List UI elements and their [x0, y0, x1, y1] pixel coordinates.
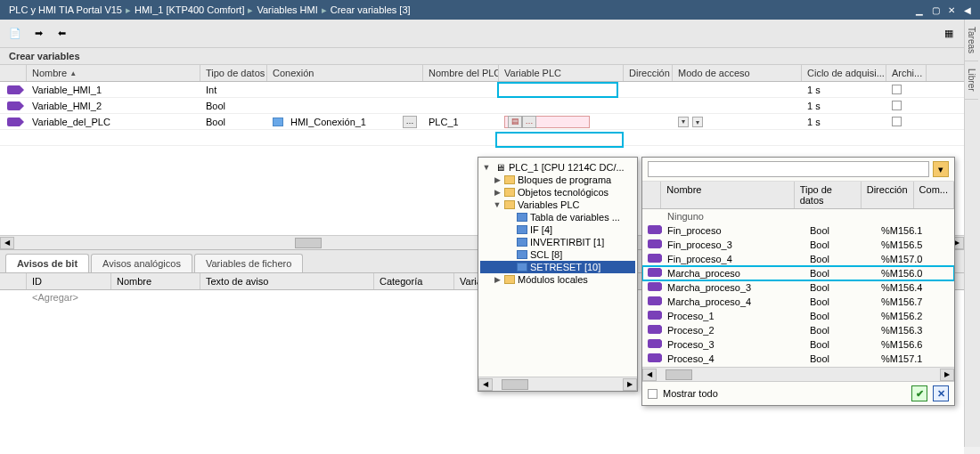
- tag-icon: [648, 311, 660, 320]
- col-plcvar[interactable]: Variable PLC: [499, 65, 624, 81]
- folder-icon: [504, 175, 515, 184]
- list-col-com[interactable]: Com...: [914, 182, 954, 208]
- dropdown-icon[interactable]: ▾: [678, 117, 689, 127]
- tree-item[interactable]: IF [4]: [480, 223, 635, 236]
- tree-h-scroll[interactable]: ◀▶: [478, 377, 637, 391]
- maximize-icon[interactable]: ▢: [928, 4, 943, 16]
- list-col-dir[interactable]: Dirección: [862, 182, 914, 208]
- minimize-icon[interactable]: ▁: [912, 4, 927, 16]
- sort-asc-icon: ▲: [69, 69, 77, 77]
- list-item[interactable]: Fin_proceso_3Bool%M156.5: [642, 238, 954, 252]
- cancel-button[interactable]: ✕: [933, 385, 949, 401]
- block-icon: [517, 238, 527, 247]
- breadcrumb-1[interactable]: PLC y HMI TIA Portal V15: [5, 4, 126, 15]
- show-all-checkbox[interactable]: [648, 389, 657, 399]
- list-item[interactable]: Proceso_2Bool%M156.3: [642, 323, 954, 337]
- tree-item[interactable]: Tabla de variables ...: [480, 211, 635, 223]
- archive-checkbox[interactable]: [892, 101, 902, 110]
- col-plcname[interactable]: Nombre del PLC: [423, 65, 499, 81]
- dropdown-icon[interactable]: ▾: [692, 117, 703, 127]
- col-text[interactable]: Texto de aviso: [200, 273, 374, 289]
- col-name2[interactable]: Nombre: [111, 273, 200, 289]
- folder-icon: [504, 188, 515, 197]
- expand-icon[interactable]: ▼: [493, 200, 502, 209]
- block-icon: [517, 263, 527, 272]
- scroll-left-icon[interactable]: ◀: [0, 237, 14, 249]
- tag-icon: [648, 225, 660, 234]
- list-item[interactable]: Fin_procesoBool%M156.1: [642, 223, 954, 238]
- tree-item[interactable]: ▼Variables PLC: [480, 199, 635, 211]
- archive-checkbox[interactable]: [892, 85, 902, 94]
- settings-icon[interactable]: ▦: [941, 26, 957, 42]
- list-item[interactable]: Proceso_4Bool%M157.1: [642, 352, 954, 366]
- tree-item[interactable]: ▶Módulos locales: [480, 273, 635, 286]
- expand-icon[interactable]: ▼: [482, 163, 491, 172]
- col-name[interactable]: Nombre ▲: [27, 65, 200, 81]
- tree-item[interactable]: SCL [8]: [480, 248, 635, 261]
- plcvar-input[interactable]: ▤…: [504, 116, 590, 128]
- block-icon: [517, 225, 527, 234]
- dock-tasks[interactable]: Tareas: [965, 20, 978, 61]
- table-row[interactable]: Variable_HMI_2Bool1 s: [0, 98, 964, 114]
- scroll-thumb[interactable]: [295, 238, 322, 248]
- show-all-label: Mostrar todo: [663, 388, 718, 399]
- browse-conn-icon[interactable]: …: [403, 116, 417, 128]
- connection-icon: [273, 118, 283, 126]
- col-dir[interactable]: Dirección: [624, 65, 673, 81]
- col-cycle[interactable]: Ciclo de adquisi...: [802, 65, 886, 81]
- list-item[interactable]: Proceso_1Bool%M156.2: [642, 309, 954, 323]
- tree-item[interactable]: SETRESET [10]: [480, 261, 635, 273]
- tree-item[interactable]: INVERTIRBIT [1]: [480, 236, 635, 248]
- list-none[interactable]: Ninguno: [642, 209, 954, 223]
- tag-icon: [7, 118, 20, 126]
- export-icon[interactable]: ➡: [30, 26, 46, 42]
- list-item[interactable]: Fin_proceso_4Bool%M157.0: [642, 252, 954, 266]
- tab-bit-alarms[interactable]: Avisos de bit: [5, 254, 89, 272]
- list-item[interactable]: Marcha_proceso_3Bool%M156.4: [642, 280, 954, 295]
- tag-icon: [648, 254, 660, 263]
- list-h-scroll[interactable]: ◀▶: [642, 367, 954, 381]
- list-icon[interactable]: ▤: [508, 116, 522, 128]
- breadcrumb-4[interactable]: Crear variables [3]: [327, 4, 414, 15]
- expand-icon[interactable]: ▶: [493, 175, 502, 184]
- archive-checkbox[interactable]: [892, 117, 902, 126]
- col-type[interactable]: Tipo de datos: [200, 65, 267, 81]
- list-item[interactable]: Proceso_3Bool%M156.6: [642, 337, 954, 352]
- list-item[interactable]: Marcha_proceso_4Bool%M156.7: [642, 295, 954, 309]
- search-input[interactable]: [648, 161, 929, 177]
- ok-button[interactable]: ✔: [911, 385, 927, 401]
- tree-item[interactable]: ▶Objetos tecnológicos: [480, 186, 635, 199]
- tree-root[interactable]: ▼ 🖥 PLC_1 [CPU 1214C DC/...: [480, 161, 635, 174]
- expand-icon[interactable]: ▶: [493, 188, 502, 197]
- block-icon: [517, 213, 527, 222]
- col-cat[interactable]: Categoría: [374, 273, 454, 289]
- tag-icon: [648, 282, 660, 291]
- tag-icon: [648, 339, 660, 348]
- breadcrumb-2[interactable]: HMI_1 [KTP400 Comfort]: [131, 4, 249, 15]
- tree-item[interactable]: ▶Bloques de programa: [480, 174, 635, 186]
- toolbar: 📄 ➡ ⬅ ▦: [0, 20, 964, 48]
- expand-icon[interactable]: ▶: [493, 275, 502, 284]
- col-mode[interactable]: Modo de acceso: [673, 65, 802, 81]
- back-icon[interactable]: ◀: [960, 4, 975, 16]
- tab-file-vars[interactable]: Variables de fichero: [194, 254, 303, 272]
- table-row[interactable]: Variable_del_PLCBoolHMI_Conexión_1…PLC_1…: [0, 114, 964, 130]
- col-id[interactable]: ID: [27, 273, 111, 289]
- list-col-type[interactable]: Tipo de datos: [795, 182, 862, 208]
- dock-libraries[interactable]: Librer: [965, 61, 978, 100]
- add-row[interactable]: [0, 130, 964, 146]
- col-conn[interactable]: Conexión: [267, 65, 423, 81]
- browse-icon[interactable]: …: [522, 116, 536, 128]
- import-icon[interactable]: ⬅: [53, 26, 69, 42]
- table-row[interactable]: Variable_HMI_1Int1 s: [0, 82, 964, 98]
- list-col-name[interactable]: Nombre: [661, 182, 794, 208]
- new-icon[interactable]: 📄: [7, 26, 23, 42]
- section-title: Crear variables: [0, 48, 964, 64]
- col-arch[interactable]: Archi...: [886, 65, 927, 81]
- tree-popup: ▼ 🖥 PLC_1 [CPU 1214C DC/... ▶Bloques de …: [478, 157, 638, 392]
- tab-analog-alarms[interactable]: Avisos analógicos: [91, 254, 192, 272]
- filter-icon[interactable]: ▾: [933, 161, 949, 177]
- list-item[interactable]: Marcha_procesoBool%M156.0: [642, 266, 954, 280]
- breadcrumb-3[interactable]: Variables HMI: [253, 4, 321, 15]
- close-icon[interactable]: ✕: [944, 4, 959, 16]
